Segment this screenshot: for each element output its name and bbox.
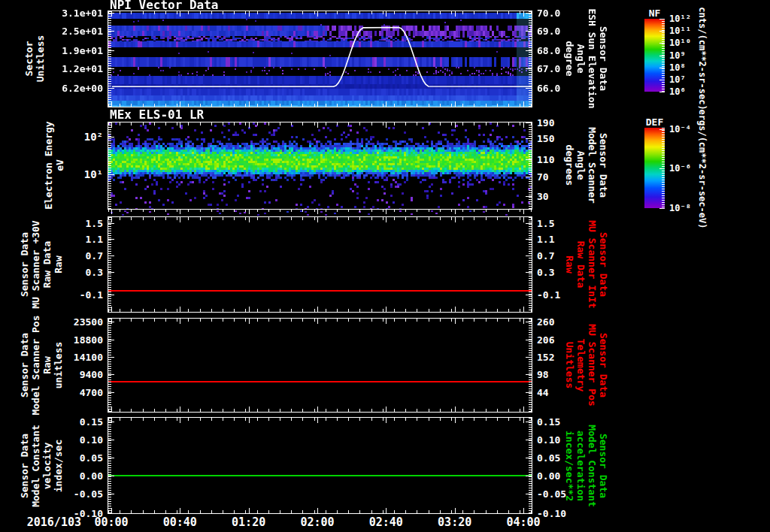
- tick-mark: [526, 392, 532, 393]
- tick-mark: [111, 508, 112, 513]
- tick-mark: [523, 508, 524, 513]
- npi-panel-frame: [108, 11, 532, 107]
- tick-mark: [526, 50, 532, 51]
- axis-minor-ticks: [108, 418, 111, 513]
- colorbar-tick-label: 10⁻⁴: [669, 124, 691, 135]
- y-tick-label: 0.3: [53, 266, 103, 277]
- tick-mark: [249, 217, 250, 222]
- colorbar-tick-label: 10¹²: [669, 14, 691, 24]
- y-tick-label: 260: [537, 316, 587, 328]
- scanner-pos-ylabel: Sensor Data Model Scanner Pos Raw unitle…: [19, 315, 64, 415]
- tick-mark: [108, 357, 114, 358]
- y-tick-label: -0.10: [537, 507, 587, 518]
- tick-mark: [659, 43, 665, 44]
- x-tick-label: 00:00: [94, 515, 128, 529]
- tick-mark: [108, 494, 114, 494]
- tick-mark: [523, 307, 524, 312]
- tick-mark: [455, 319, 456, 324]
- y-tick-label: 1.5: [53, 217, 103, 228]
- y-tick-label: 44: [537, 386, 587, 397]
- tick-mark: [526, 295, 532, 295]
- tick-mark: [180, 508, 180, 513]
- tick-mark: [180, 11, 180, 17]
- tick-mark: [111, 217, 112, 222]
- npi-ylabel: Sector Unitless: [23, 35, 46, 83]
- tick-mark: [317, 101, 318, 107]
- axis-minor-ticks: [108, 409, 532, 412]
- tick-mark: [180, 101, 180, 107]
- x-tick-label: 02:40: [369, 515, 403, 529]
- axis-minor-ticks: [108, 319, 111, 412]
- tick-mark: [386, 209, 387, 214]
- tick-mark: [526, 422, 532, 422]
- y-tick-label: -0.1: [53, 289, 103, 301]
- tick-mark: [386, 122, 387, 128]
- y-tick-label: 0.7: [537, 249, 587, 261]
- colorbar-tick-label: 10⁶: [669, 86, 686, 97]
- y-tick-label: 152: [537, 352, 587, 363]
- tick-mark: [317, 209, 318, 214]
- tick-mark: [659, 31, 665, 32]
- x-tick-label: 00:40: [163, 515, 197, 529]
- y-tick-label: -0.05: [53, 488, 103, 500]
- axis-minor-ticks: [108, 217, 111, 312]
- y-tick-label: 110: [537, 154, 587, 165]
- colorbar-tick-label: 10⁹: [669, 50, 686, 61]
- tick-mark: [386, 319, 387, 324]
- tick-mark: [526, 31, 532, 32]
- tick-mark: [108, 239, 114, 240]
- tick-mark: [180, 418, 180, 423]
- tick-mark: [317, 217, 318, 222]
- tick-mark: [386, 101, 387, 107]
- tick-mark: [317, 418, 318, 423]
- nf-colorbar-title: NF: [644, 8, 665, 19]
- axis-minor-ticks: [529, 217, 532, 312]
- tick-mark: [386, 407, 387, 412]
- tick-mark: [455, 508, 456, 513]
- tick-mark: [108, 513, 114, 514]
- tick-mark: [180, 217, 180, 222]
- y-tick-label: 0.05: [53, 452, 103, 463]
- tick-mark: [455, 418, 456, 423]
- tick-mark: [455, 307, 456, 312]
- tick-mark: [523, 11, 524, 17]
- tick-mark: [108, 272, 114, 273]
- tick-mark: [526, 196, 532, 197]
- y-tick-label: 4700: [53, 386, 103, 397]
- tick-mark: [526, 122, 532, 123]
- tick-mark: [526, 138, 532, 139]
- tick-mark: [180, 209, 180, 214]
- tick-mark: [386, 508, 387, 513]
- y-tick-label: 0.15: [53, 416, 103, 428]
- y-tick-label: 9400: [53, 369, 103, 380]
- tick-mark: [455, 209, 456, 214]
- tick-mark: [249, 319, 250, 324]
- tick-mark: [523, 209, 524, 214]
- tick-mark: [108, 295, 114, 295]
- axis-minor-ticks: [108, 122, 532, 125]
- axis-minor-ticks: [108, 11, 111, 107]
- tick-mark: [180, 319, 180, 324]
- y-tick-label: 30: [537, 191, 587, 202]
- tick-mark: [111, 319, 112, 324]
- tick-mark: [180, 307, 180, 312]
- y-tick-label: 10²: [53, 131, 103, 143]
- y-tick-label: 0.10: [53, 434, 103, 445]
- tick-mark: [108, 88, 114, 89]
- tick-mark: [659, 80, 665, 80]
- y-tick-label: 150: [537, 133, 587, 144]
- tick-mark: [659, 92, 665, 92]
- tick-mark: [108, 440, 114, 440]
- y-tick-label: -0.05: [537, 488, 587, 500]
- tick-mark: [386, 217, 387, 222]
- tick-mark: [317, 319, 318, 324]
- scanner-pos-panel-frame: [108, 318, 532, 413]
- y-tick-label: 2.5e+01: [53, 26, 103, 37]
- tick-mark: [526, 255, 532, 256]
- tick-mark: [317, 508, 318, 513]
- y-tick-label: 0.10: [537, 434, 587, 445]
- tick-mark: [526, 223, 532, 224]
- y-tick-label: 3.1e+01: [53, 7, 103, 18]
- tick-mark: [659, 168, 665, 169]
- tick-mark: [249, 101, 250, 107]
